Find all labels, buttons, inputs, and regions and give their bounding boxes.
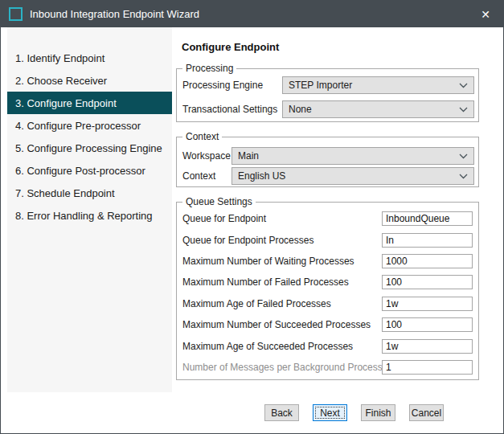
finish-button[interactable]: Finish — [361, 404, 395, 421]
wizard-button-row: Back Next Finish Cancel — [264, 404, 444, 421]
max-age-failed-processes-input[interactable] — [382, 297, 473, 311]
page-title: Configure Endpoint — [182, 41, 279, 53]
max-succeeded-processes-label: Maximum Number of Succeeded Processes — [182, 317, 371, 332]
title-bar[interactable]: Inbound Integration Endpoint Wizard ✕ — [1, 1, 503, 27]
next-button[interactable]: Next — [313, 404, 347, 421]
workspace-dropdown[interactable]: Main — [232, 147, 474, 165]
sidebar-item-choose-receiver[interactable]: 2. Choose Receiver — [7, 69, 172, 92]
processing-group: Processing Processing Engine STEP Import… — [176, 68, 479, 122]
messages-per-background-process-label: Number of Messages per Background Proces… — [182, 360, 383, 375]
queue-for-endpoint-input[interactable] — [382, 211, 473, 226]
step-label: 2. Choose Receiver — [15, 75, 107, 87]
sidebar-item-configure-post-processor[interactable]: 6. Configure Post-processor — [7, 159, 172, 182]
sidebar-item-configure-endpoint[interactable]: 3. Configure Endpoint — [7, 92, 172, 114]
sidebar-item-identify-endpoint[interactable]: 1. Identify Endpoint — [7, 47, 172, 69]
processing-engine-label: Processing Engine — [182, 76, 263, 94]
transactional-settings-label: Transactional Settings — [182, 100, 277, 118]
max-succeeded-processes-input[interactable] — [382, 317, 473, 332]
queue-settings-group-legend: Queue Settings — [182, 196, 256, 208]
back-button[interactable]: Back — [264, 404, 299, 421]
chevron-down-icon — [459, 83, 468, 88]
wizard-dialog: Inbound Integration Endpoint Wizard ✕ 1.… — [0, 0, 504, 434]
max-age-succeeded-processes-label: Maximum Age of Succeeded Processes — [182, 339, 353, 354]
context-dropdown[interactable]: English US — [232, 167, 474, 185]
context-label: Context — [182, 167, 215, 185]
context-group-legend: Context — [182, 131, 222, 143]
max-failed-processes-label: Maximum Number of Failed Processes — [182, 275, 349, 289]
workspace-label: Workspace — [182, 147, 231, 165]
sidebar-item-configure-pre-processor[interactable]: 4. Configure Pre-processor — [7, 114, 172, 137]
step-label: 3. Configure Endpoint — [15, 97, 117, 109]
step-label: 1. Identify Endpoint — [15, 52, 104, 64]
dropdown-value: Main — [238, 150, 259, 162]
max-waiting-processes-input[interactable] — [382, 254, 473, 268]
dropdown-value: English US — [238, 170, 285, 182]
step-label: 7. Schedule Endpoint — [15, 187, 115, 199]
sidebar-item-configure-processing-engine[interactable]: 5. Configure Processing Engine — [7, 137, 172, 159]
max-failed-processes-input[interactable] — [382, 275, 473, 289]
chevron-down-icon — [459, 107, 468, 113]
max-waiting-processes-label: Maximum Number of Waiting Processes — [182, 254, 354, 268]
step-label: 6. Configure Post-processor — [15, 165, 145, 177]
queue-settings-group: Queue Settings Queue for Endpoint Queue … — [176, 202, 479, 380]
wizard-steps-sidebar: 1. Identify Endpoint 2. Choose Receiver … — [7, 27, 172, 392]
queue-for-endpoint-processes-label: Queue for Endpoint Processes — [182, 233, 313, 248]
cancel-button[interactable]: Cancel — [409, 404, 444, 421]
window-title: Inbound Integration Endpoint Wizard — [30, 8, 199, 20]
max-age-failed-processes-label: Maximum Age of Failed Processes — [182, 297, 331, 311]
processing-group-legend: Processing — [182, 63, 236, 75]
transactional-settings-dropdown[interactable]: None — [282, 100, 474, 118]
chevron-down-icon — [459, 154, 468, 159]
dropdown-value: None — [289, 104, 312, 115]
processing-engine-dropdown[interactable]: STEP Importer — [282, 76, 474, 94]
max-age-succeeded-processes-input[interactable] — [382, 339, 473, 354]
context-group: Context Workspace Main Context English U… — [176, 137, 479, 187]
step-label: 4. Configure Pre-processor — [15, 120, 141, 132]
app-logo-icon — [9, 7, 23, 21]
step-label: 5. Configure Processing Engine — [15, 142, 162, 154]
queue-for-endpoint-label: Queue for Endpoint — [182, 211, 266, 226]
close-icon[interactable]: ✕ — [477, 7, 494, 22]
chevron-down-icon — [459, 174, 468, 179]
queue-for-endpoint-processes-input[interactable] — [382, 233, 473, 248]
sidebar-item-error-handling[interactable]: 8. Error Handling & Reporting — [7, 204, 172, 227]
dropdown-value: STEP Importer — [289, 80, 352, 91]
sidebar-item-schedule-endpoint[interactable]: 7. Schedule Endpoint — [7, 182, 172, 204]
messages-per-background-process-input[interactable] — [382, 360, 473, 375]
step-label: 8. Error Handling & Reporting — [15, 210, 153, 222]
